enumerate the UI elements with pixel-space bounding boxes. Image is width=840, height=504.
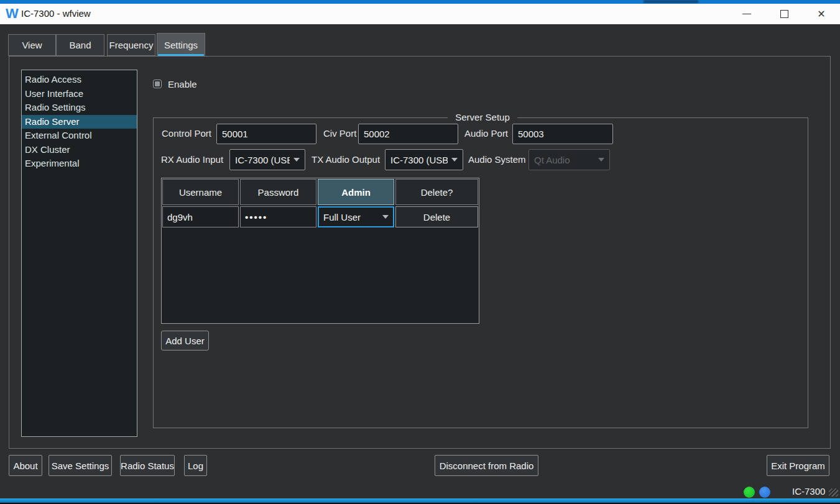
close-icon: ✕ <box>817 8 825 20</box>
combo-value: IC-7300 (USB <box>235 155 290 165</box>
sidebar-item-radio-access[interactable]: Radio Access <box>22 73 137 87</box>
username-cell[interactable]: dg9vh <box>162 206 239 227</box>
users-table-header-delete[interactable]: Delete? <box>395 179 478 205</box>
combo-value: Qt Audio <box>534 155 570 165</box>
audio-system-combo: Qt Audio <box>528 149 610 170</box>
tab-label: View <box>22 40 42 50</box>
save-settings-button[interactable]: Save Settings <box>48 455 112 476</box>
sidebar-item-radio-settings[interactable]: Radio Settings <box>22 101 137 115</box>
log-button[interactable]: Log <box>184 455 207 476</box>
rx-audio-input-combo[interactable]: IC-7300 (USB <box>229 149 305 170</box>
about-button[interactable]: About <box>9 455 42 476</box>
users-table: Username Password Admin Delete? dg9vh ••… <box>161 178 479 324</box>
chevron-down-icon <box>382 215 389 219</box>
tab-label: Band <box>69 40 91 50</box>
add-user-button[interactable]: Add User <box>161 331 209 351</box>
sidebar-item-experimental[interactable]: Experimental <box>22 157 137 171</box>
sidebar-item-dx-cluster[interactable]: DX Cluster <box>22 143 137 157</box>
app-area: View Band Frequency Settings Radio Acces… <box>0 24 840 498</box>
minimize-button[interactable]: — <box>728 4 765 24</box>
tab-band[interactable]: Band <box>56 34 104 56</box>
tab-settings[interactable]: Settings <box>157 33 205 56</box>
tab-view[interactable]: View <box>8 34 56 56</box>
disconnect-from-radio-button[interactable]: Disconnect from Radio <box>435 455 538 476</box>
settings-category-list: Radio Access User Interface Radio Settin… <box>21 70 137 437</box>
wfview-window: W IC-7300 - wfview — ✕ View Band Frequen… <box>0 0 840 504</box>
sidebar-item-external-control[interactable]: External Control <box>22 129 137 143</box>
window-title: IC-7300 - wfview <box>21 8 91 19</box>
tx-audio-output-label: TX Audio Output <box>312 154 380 165</box>
window-controls: — ✕ <box>728 4 840 24</box>
enable-label: Enable <box>168 79 197 89</box>
background-window-artifact <box>644 0 698 3</box>
rx-audio-input-label: RX Audio Input <box>161 154 223 165</box>
tab-label: Frequency <box>109 40 154 50</box>
desktop-bottom-edge <box>0 498 840 503</box>
password-cell[interactable]: ••••• <box>240 206 316 227</box>
control-port-input[interactable] <box>216 124 316 144</box>
audio-port-label: Audio Port <box>464 128 508 139</box>
civ-port-label: Civ Port <box>323 128 356 139</box>
groupbox-title: Server Setup <box>448 112 517 122</box>
users-table-header-admin[interactable]: Admin <box>318 179 394 205</box>
checkbox-check-icon <box>155 81 160 86</box>
control-port-label: Control Port <box>162 128 211 139</box>
users-table-header-row: Username Password Admin Delete? <box>162 179 478 205</box>
server-enable-row: Enable <box>153 78 197 90</box>
close-button[interactable]: ✕ <box>803 4 840 24</box>
tx-audio-output-combo[interactable]: IC-7300 (USB <box>385 149 463 170</box>
chevron-down-icon <box>598 158 604 162</box>
civ-port-input[interactable] <box>358 124 458 144</box>
wfview-logo-icon: W <box>6 6 18 22</box>
exit-program-button[interactable]: Exit Program <box>767 455 829 476</box>
minimize-icon: — <box>742 3 751 24</box>
status-indicator-blue-icon <box>759 487 770 498</box>
users-table-header-username[interactable]: Username <box>162 179 239 205</box>
tab-frequency[interactable]: Frequency <box>107 34 155 56</box>
delete-user-button[interactable]: Delete <box>395 206 478 227</box>
audio-port-input[interactable] <box>512 124 613 144</box>
status-indicator-green-icon <box>744 487 755 498</box>
server-setup-groupbox: Server Setup Control Port Civ Port Audio… <box>153 117 808 428</box>
user-role-combo[interactable]: Full User <box>318 206 394 227</box>
sidebar-item-user-interface[interactable]: User Interface <box>22 87 137 101</box>
chevron-down-icon <box>451 158 458 162</box>
sidebar-item-radio-server[interactable]: Radio Server <box>22 115 137 129</box>
users-table-header-password[interactable]: Password <box>240 179 316 205</box>
enable-checkbox[interactable] <box>153 80 162 88</box>
resize-grip[interactable] <box>829 488 838 497</box>
status-radio-label: IC-7300 <box>792 486 825 497</box>
tab-label: Settings <box>164 40 198 50</box>
radio-status-button[interactable]: Radio Status <box>120 455 175 476</box>
titlebar[interactable]: W IC-7300 - wfview — ✕ <box>0 4 840 24</box>
chevron-down-icon <box>293 158 300 162</box>
combo-value: Full User <box>323 212 361 222</box>
users-table-row: dg9vh ••••• Full User Delete <box>162 206 478 227</box>
maximize-icon <box>780 10 788 18</box>
combo-value: IC-7300 (USB <box>390 155 448 165</box>
maximize-button[interactable] <box>765 4 803 24</box>
audio-system-label: Audio System <box>468 154 526 165</box>
